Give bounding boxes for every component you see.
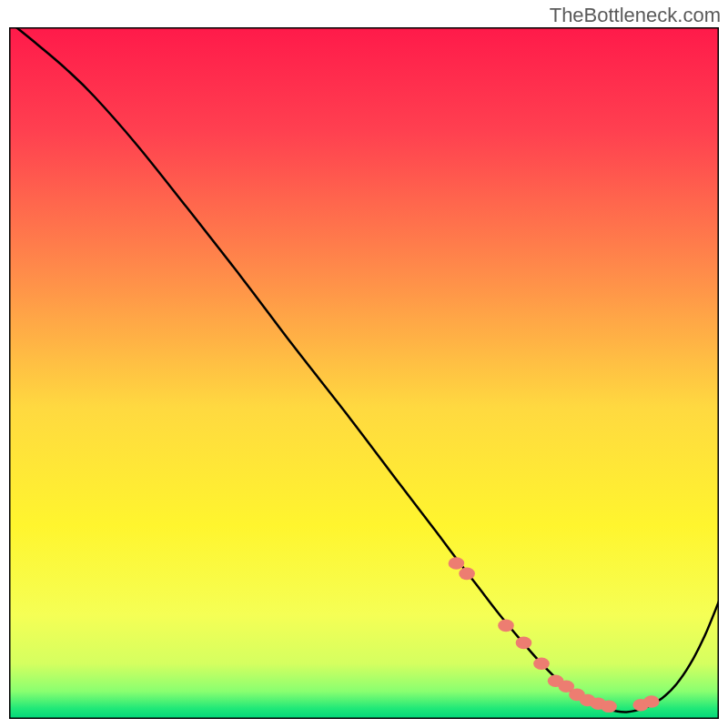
data-marker (498, 620, 514, 632)
data-marker (533, 657, 550, 670)
gradient-background (9, 27, 719, 719)
data-marker (516, 637, 532, 650)
data-marker (449, 557, 465, 570)
plot-area (9, 27, 719, 719)
data-marker (643, 695, 660, 708)
chart-svg (9, 27, 719, 719)
chart-container: TheBottleneck.com (0, 0, 728, 728)
data-marker (601, 701, 617, 713)
data-marker (459, 568, 475, 581)
watermark-label: TheBottleneck.com (550, 4, 721, 27)
